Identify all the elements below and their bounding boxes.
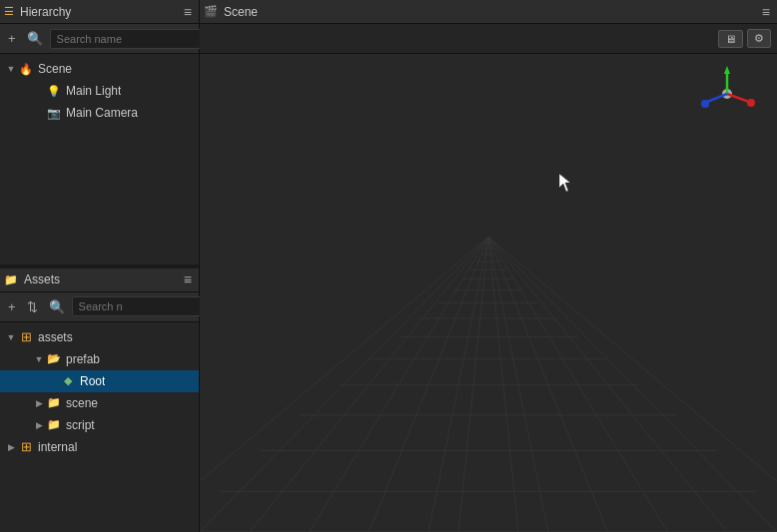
script-arrow (32, 420, 46, 430)
tree-item-main-camera[interactable]: 📷 Main Camera (0, 102, 199, 124)
scene-panel: 🎬 Scene ≡ 🖥 ⚙ (200, 0, 777, 532)
assets-scene-arrow (32, 398, 46, 408)
assets-menu-icon[interactable]: ≡ (181, 269, 195, 289)
assets-folder-icon: 📁 (4, 273, 18, 286)
main-camera-icon: 📷 (46, 105, 62, 121)
svg-marker-35 (724, 66, 730, 74)
script-icon: 📁 (46, 417, 62, 433)
scene-grid (200, 54, 777, 532)
main-light-label: Main Light (66, 84, 121, 98)
assets-add-button[interactable]: + (4, 297, 20, 316)
scene-toolbar: 🖥 ⚙ (200, 24, 777, 54)
main-camera-label: Main Camera (66, 106, 138, 120)
root-label: Root (80, 374, 105, 388)
svg-line-36 (727, 94, 749, 102)
tree-item-prefab[interactable]: 📂 prefab (0, 348, 199, 370)
assets-search-icon-button[interactable]: 🔍 (45, 297, 69, 316)
scene-viewport[interactable] (200, 54, 777, 532)
prefab-arrow (32, 354, 46, 364)
internal-arrow (4, 442, 18, 452)
tree-item-assets-scene[interactable]: 📁 scene (0, 392, 199, 414)
root-icon: ◆ (60, 373, 76, 389)
assets-toolbar: + ⇅ 🔍 ⊞ ↻ (0, 292, 199, 322)
scene-display-button[interactable]: 🖥 (718, 30, 743, 48)
prefab-folder-icon: 📂 (46, 351, 62, 367)
scene-settings-button[interactable]: ⚙ (747, 29, 771, 48)
main-layout: ☰ Hierarchy ≡ + 🔍 ⊞ ↻ 🔥 Scene 💡 Main Lig… (0, 0, 777, 532)
assets-title: Assets (22, 272, 181, 286)
assets-scene-label: scene (66, 396, 98, 410)
hierarchy-add-button[interactable]: + (4, 29, 20, 48)
prefab-label: prefab (66, 352, 100, 366)
svg-point-37 (747, 99, 755, 107)
scene-arrow (4, 64, 18, 74)
scene-icon: 🔥 (18, 61, 34, 77)
scene-header: 🎬 Scene ≡ (200, 0, 777, 24)
scene-header-icon: 🎬 (204, 5, 218, 18)
svg-rect-31 (200, 54, 777, 243)
hierarchy-header-icon: ☰ (4, 5, 14, 18)
tree-item-script[interactable]: 📁 script (0, 414, 199, 436)
assets-sort-button[interactable]: ⇅ (23, 297, 42, 316)
hierarchy-tree: 🔥 Scene 💡 Main Light 📷 Main Camera (0, 54, 199, 265)
hierarchy-title: Hierarchy (18, 5, 181, 19)
assets-label: assets (38, 330, 73, 344)
tree-item-internal[interactable]: ⊞ internal (0, 436, 199, 458)
assets-scene-icon: 📁 (46, 395, 62, 411)
left-panel: ☰ Hierarchy ≡ + 🔍 ⊞ ↻ 🔥 Scene 💡 Main Lig… (0, 0, 200, 532)
internal-label: internal (38, 440, 77, 454)
assets-arrow (4, 332, 18, 342)
assets-tree: ⊞ assets 📂 prefab ◆ Root 📁 scene (0, 322, 199, 533)
tree-item-root[interactable]: ◆ Root (0, 370, 199, 392)
hierarchy-toolbar: + 🔍 ⊞ ↻ (0, 24, 199, 54)
hierarchy-header: ☰ Hierarchy ≡ (0, 0, 199, 24)
script-label: script (66, 418, 95, 432)
svg-marker-32 (559, 174, 570, 192)
tree-item-scene[interactable]: 🔥 Scene (0, 58, 199, 80)
assets-icon: ⊞ (18, 329, 34, 345)
hierarchy-menu-icon[interactable]: ≡ (181, 2, 195, 22)
main-light-icon: 💡 (46, 83, 62, 99)
svg-point-39 (701, 100, 709, 108)
tree-item-assets[interactable]: ⊞ assets (0, 326, 199, 348)
tree-item-main-light[interactable]: 💡 Main Light (0, 80, 199, 102)
scene-title: Scene (222, 5, 759, 19)
internal-icon: ⊞ (18, 439, 34, 455)
scene-menu-icon[interactable]: ≡ (759, 2, 773, 22)
cursor-indicator (559, 174, 575, 197)
assets-header: 📁 Assets ≡ (0, 268, 199, 292)
gizmo (697, 64, 757, 124)
hierarchy-search-icon[interactable]: 🔍 (23, 29, 47, 48)
hierarchy-search-input[interactable] (50, 29, 202, 49)
scene-label: Scene (38, 62, 72, 76)
